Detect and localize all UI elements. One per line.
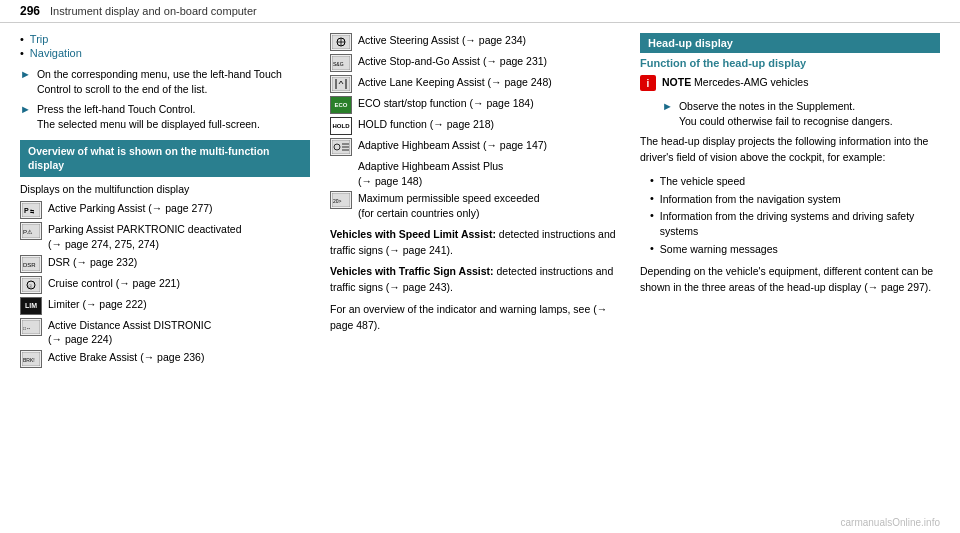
right-bullet-speed: • The vehicle speed (650, 174, 940, 189)
right-bullet-list: • The vehicle speed • Information from t… (650, 174, 940, 256)
speed-text: Maximum permissible speed exceeded(for c… (358, 191, 540, 220)
note-text: NOTE Mercedes-AMG vehicles (662, 75, 808, 90)
icon-row-hold: HOLD HOLD function (→ page 218) (330, 117, 620, 135)
right-bullet-nav: • Information from the navigation system (650, 192, 940, 207)
brake-text: Active Brake Assist (→ page 236) (48, 350, 204, 365)
arrow-item-2: ► Press the left-hand Touch Control.The … (20, 102, 310, 131)
bullet-dot-speed: • (650, 174, 654, 186)
svg-text:□↔: □↔ (23, 325, 31, 331)
svg-rect-20 (332, 77, 350, 91)
icon-row-speed: 20> Maximum permissible speed exceeded(f… (330, 191, 620, 220)
bullet-item-trip: • Trip (20, 33, 310, 45)
arrow-item-1: ► On the corresponding menu, use the lef… (20, 67, 310, 96)
icon-row-distance: □↔ Active Distance Assist DISTRONIC(→ pa… (20, 318, 310, 347)
dsr-icon: DSR (20, 255, 42, 273)
parking-text: Active Parking Assist (→ page 277) (48, 201, 213, 216)
page-title: Instrument display and on-board computer (50, 5, 257, 17)
parktronic-text: Parking Assist PARKTRONIC deactivated(→ … (48, 222, 242, 251)
right-footer-text: Depending on the vehicle's equipment, di… (640, 264, 940, 296)
parktronic-icon: P⚠ (20, 222, 42, 240)
arrow-icon-2: ► (20, 103, 31, 115)
page-number: 296 (20, 4, 40, 18)
lane-text: Active Lane Keeping Assist (→ page 248) (358, 75, 552, 90)
arrow-text-1: On the corresponding menu, use the left-… (37, 67, 310, 96)
middle-column: Active Steering Assist (→ page 234) S&G … (330, 33, 620, 518)
svg-text:BRK!: BRK! (23, 357, 35, 363)
traffic-sign-assist: Vehicles with Traffic Sign Assist: detec… (330, 264, 620, 296)
cruise-icon: ☉ (20, 276, 42, 294)
steering-icon (330, 33, 352, 51)
lane-icon (330, 75, 352, 93)
icon-row-cruise: ☉ Cruise control (→ page 221) (20, 276, 310, 294)
icon-row-limiter: LIM Limiter (→ page 222) (20, 297, 310, 315)
note-arrow-icon: ► (662, 100, 673, 112)
svg-text:⇆: ⇆ (30, 208, 34, 214)
icon-row-highbeam-plus: Adaptive Highbeam Assist Plus(→ page 148… (330, 159, 620, 188)
content-area: • Trip • Navigation ► On the correspondi… (0, 23, 960, 528)
bullet-item-navigation: • Navigation (20, 47, 310, 59)
icon-row-dsr: DSR DSR (→ page 232) (20, 255, 310, 273)
eco-icon: ECO (330, 96, 352, 114)
icon-row-parking: P ⇆ Active Parking Assist (→ page 277) (20, 201, 310, 219)
icon-row-steering: Active Steering Assist (→ page 234) (330, 33, 620, 51)
brake-icon: BRK! (20, 350, 42, 368)
note-icon: i (640, 75, 656, 91)
arrow-icon-1: ► (20, 68, 31, 80)
bullet-text-nav: Information from the navigation system (660, 192, 841, 207)
watermark: carmanualsOnline.info (841, 517, 941, 528)
stopgo-icon: S&G (330, 54, 352, 72)
note-arrow-text: Observe the notes in the Supplement.You … (679, 99, 893, 128)
bullet-dot-nav: • (650, 192, 654, 204)
icon-row-stopgo: S&G Active Stop-and-Go Assist (→ page 23… (330, 54, 620, 72)
bullet-dot-2: • (20, 47, 24, 59)
limiter-text: Limiter (→ page 222) (48, 297, 147, 312)
speed-limit-assist: Vehicles with Speed Limit Assist: detect… (330, 227, 620, 259)
svg-text:20>: 20> (333, 198, 342, 204)
speed-icon: 20> (330, 191, 352, 209)
arrow-text-2: Press the left-hand Touch Control.The se… (37, 102, 260, 131)
highbeam-icon (330, 138, 352, 156)
page-header: 296 Instrument display and on-board comp… (0, 0, 960, 23)
svg-text:S&G: S&G (333, 61, 344, 67)
svg-text:DSR: DSR (23, 262, 36, 268)
dsr-text: DSR (→ page 232) (48, 255, 137, 270)
bullet-text-warning: Some warning messages (660, 242, 778, 257)
icon-row-parktronic: P⚠ Parking Assist PARKTRONIC deactivated… (20, 222, 310, 251)
right-bullet-warning: • Some warning messages (650, 242, 940, 257)
note-arrow-item: ► Observe the notes in the Supplement.Yo… (662, 99, 940, 128)
note-box: i NOTE Mercedes-AMG vehicles (640, 75, 940, 91)
bullet-dot-driving: • (650, 209, 654, 221)
highbeam-text: Adaptive Highbeam Assist (→ page 147) (358, 138, 547, 153)
distance-icon: □↔ (20, 318, 42, 336)
overview-subtext: Displays on the multifunction display (20, 183, 310, 195)
overview-section-box: Overview of what is shown on the multi-f… (20, 140, 310, 177)
right-section-subtitle: Function of the head-up display (640, 57, 940, 69)
bullet-list: • Trip • Navigation (20, 33, 310, 59)
bullet-text-driving: Information from the driving systems and… (660, 209, 940, 238)
svg-text:P: P (24, 207, 29, 214)
hold-icon: HOLD (330, 117, 352, 135)
icon-row-highbeam: Adaptive Highbeam Assist (→ page 147) (330, 138, 620, 156)
hold-text: HOLD function (→ page 218) (358, 117, 494, 132)
trip-link[interactable]: Trip (30, 33, 49, 45)
icon-row-lane: Active Lane Keeping Assist (→ page 248) (330, 75, 620, 93)
right-body-text: The head-up display projects the followi… (640, 134, 940, 166)
distance-text: Active Distance Assist DISTRONIC(→ page … (48, 318, 211, 347)
right-bullet-driving: • Information from the driving systems a… (650, 209, 940, 238)
left-column: • Trip • Navigation ► On the correspondi… (20, 33, 310, 518)
cruise-text: Cruise control (→ page 221) (48, 276, 180, 291)
icon-row-eco: ECO ECO start/stop function (→ page 184) (330, 96, 620, 114)
stopgo-text: Active Stop-and-Go Assist (→ page 231) (358, 54, 547, 69)
right-section-title: Head-up display (640, 33, 940, 53)
indicator-overview: For an overview of the indicator and war… (330, 302, 620, 334)
icon-row-brake: BRK! Active Brake Assist (→ page 236) (20, 350, 310, 368)
svg-text:P⚠: P⚠ (23, 229, 33, 235)
highbeam-plus-text: Adaptive Highbeam Assist Plus(→ page 148… (358, 159, 503, 188)
bullet-dot: • (20, 33, 24, 45)
eco-text: ECO start/stop function (→ page 184) (358, 96, 534, 111)
navigation-link[interactable]: Navigation (30, 47, 82, 59)
bullet-text-speed: The vehicle speed (660, 174, 745, 189)
limiter-icon: LIM (20, 297, 42, 315)
bullet-dot-warning: • (650, 242, 654, 254)
parking-icon: P ⇆ (20, 201, 42, 219)
